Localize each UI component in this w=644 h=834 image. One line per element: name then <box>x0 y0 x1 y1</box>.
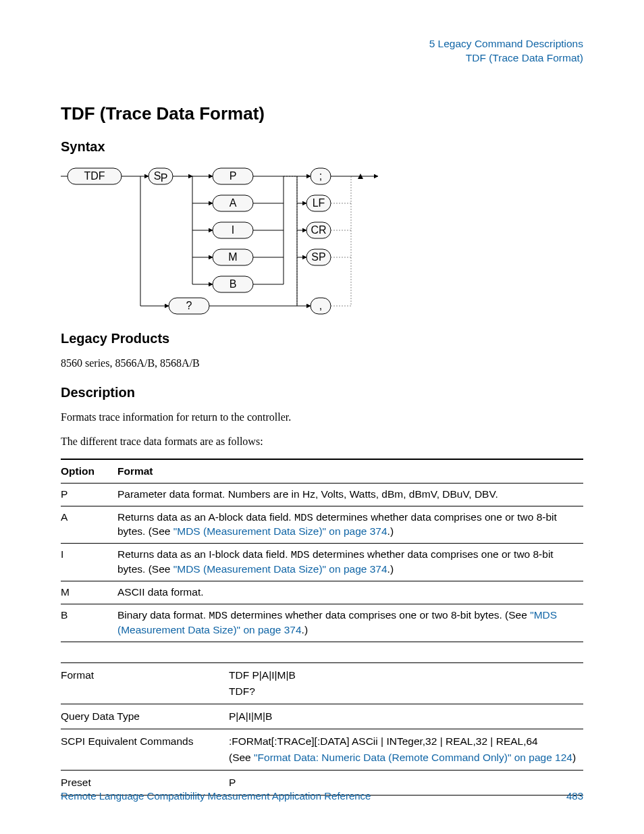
description-heading: Description <box>61 385 583 400</box>
option-cell: B <box>61 604 117 642</box>
detail-value: P|A|I|M|B <box>229 704 583 729</box>
syntax-heading: Syntax <box>61 139 583 155</box>
description-p1: Formats trace information for return to … <box>61 410 583 425</box>
detail-value: :FORMat[:TRACe][:DATA] ASCii | INTeger,3… <box>229 729 583 771</box>
syntax-sp-sub: P <box>161 172 168 184</box>
details-table: FormatTDF P|A|I|M|BTDF?Query Data TypeP|… <box>61 662 583 796</box>
table-row: SCPI Equivalent Commands:FORMat[:TRACe][… <box>61 729 583 771</box>
syntax-question-box: ? <box>186 300 192 311</box>
page-footer: Remote Language Compatibility Measuremen… <box>61 790 583 802</box>
detail-label: Query Data Type <box>61 704 229 729</box>
table-row: Query Data TypeP|A|I|M|B <box>61 704 583 729</box>
svg-text:SP: SP <box>311 251 325 263</box>
svg-text:I: I <box>232 224 234 236</box>
format-cell: Parameter data format. Numbers are in Hz… <box>117 483 583 506</box>
svg-text:CR: CR <box>311 224 326 236</box>
svg-text:P: P <box>230 170 237 182</box>
detail-label: Format <box>61 663 229 704</box>
syntax-diagram: TDF S P P <box>61 164 583 316</box>
svg-text:LF: LF <box>313 197 325 209</box>
cross-ref-link[interactable]: "MDS (Measurement Data Size)" on page 37… <box>173 525 387 537</box>
page-title: TDF (Trace Data Format) <box>61 103 583 124</box>
svg-text:A: A <box>230 197 237 209</box>
format-cell: Returns data as an A-block data field. M… <box>117 506 583 544</box>
legacy-heading: Legacy Products <box>61 331 583 346</box>
table-row: BBinary data format. MDS determines whet… <box>61 604 583 642</box>
format-cell: ASCII data format. <box>117 581 583 604</box>
cross-ref-link[interactable]: "Format Data: Numeric Data (Remote Comma… <box>254 752 572 763</box>
option-cell: P <box>61 483 117 506</box>
table-row: IReturns data as an I-block data field. … <box>61 544 583 581</box>
option-cell: M <box>61 581 117 604</box>
svg-text:B: B <box>230 278 237 290</box>
cross-ref-link[interactable]: "MDS (Measurement Data Size)" on page 37… <box>173 563 387 575</box>
running-header: 5 Legacy Command Descriptions TDF (Trace… <box>61 37 583 66</box>
syntax-option-col: P A I M B <box>140 168 284 306</box>
syntax-terminator-col: ; LF CR SP , <box>297 168 351 314</box>
table-row: AReturns data as an A-block data field. … <box>61 506 583 544</box>
svg-text:;: ; <box>319 170 322 182</box>
legacy-body: 8560 series, 8566A/B, 8568A/B <box>61 356 583 371</box>
table-row: FormatTDF P|A|I|M|BTDF? <box>61 663 583 704</box>
running-header-line2: TDF (Trace Data Format) <box>466 52 583 63</box>
detail-label: SCPI Equivalent Commands <box>61 729 229 771</box>
footer-right: 483 <box>566 790 583 802</box>
format-cell: Binary data format. MDS determines wheth… <box>117 604 583 642</box>
options-table-hd-format: Format <box>117 459 583 484</box>
table-row: PParameter data format. Numbers are in H… <box>61 483 583 506</box>
options-table: Option Format PParameter data format. Nu… <box>61 459 583 642</box>
format-cell: Returns data as an I-block data field. M… <box>117 544 583 581</box>
table-row: MASCII data format. <box>61 581 583 604</box>
svg-text:,: , <box>319 300 322 311</box>
svg-text:M: M <box>228 251 237 263</box>
running-header-line1: 5 Legacy Command Descriptions <box>429 38 583 49</box>
option-cell: A <box>61 506 117 544</box>
description-p2: The different trace data formats are as … <box>61 434 583 449</box>
syntax-start-box: TDF <box>84 170 105 182</box>
option-cell: I <box>61 544 117 581</box>
footer-left: Remote Language Compatibility Measuremen… <box>61 790 371 802</box>
options-table-hd-option: Option <box>61 459 117 484</box>
detail-value: TDF P|A|I|M|BTDF? <box>229 663 583 704</box>
